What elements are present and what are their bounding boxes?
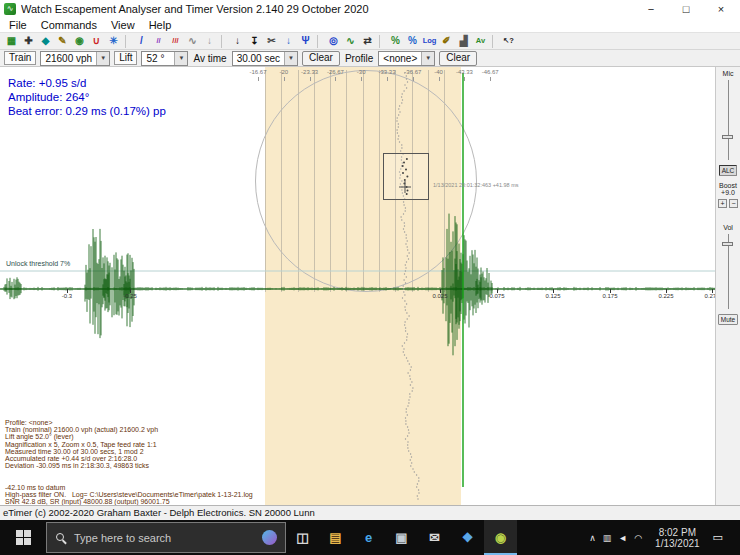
- tape-display-icon[interactable]: ▦: [3, 33, 20, 49]
- pencil-icon[interactable]: ✎: [54, 33, 71, 49]
- lift-combobox[interactable]: 52 ° ▼: [141, 51, 188, 66]
- mail-app[interactable]: ✉: [418, 520, 451, 555]
- profile-label: Profile: [344, 53, 374, 64]
- chevron-down-icon[interactable]: ▼: [421, 52, 434, 65]
- signal-icon[interactable]: ∿: [342, 33, 359, 49]
- mail-app-icon: ✉: [429, 530, 440, 545]
- move-tool-icon[interactable]: ✚: [20, 33, 37, 49]
- mute-button[interactable]: Mute: [718, 314, 738, 325]
- photos-app[interactable]: ❖: [451, 520, 484, 555]
- minimize-button[interactable]: −: [636, 3, 666, 15]
- action-center-icon[interactable]: ▭: [713, 531, 723, 544]
- down-bar-icon[interactable]: ↧: [246, 33, 263, 49]
- dial-icon[interactable]: ◎: [325, 33, 342, 49]
- chevron-down-icon[interactable]: ▼: [96, 52, 109, 65]
- edge-app[interactable]: e: [352, 520, 385, 555]
- mic-slider-track: [728, 80, 729, 160]
- info-line: Lift angle 52.0° (lever): [5, 433, 253, 440]
- close-button[interactable]: ×: [706, 3, 736, 15]
- avtime-label: Av time: [192, 53, 227, 64]
- info-line: Profile: <none>: [5, 419, 253, 426]
- splice-icon[interactable]: ✳: [105, 33, 122, 49]
- mic-label: Mic: [723, 70, 734, 77]
- profile-clear-button[interactable]: Clear: [439, 51, 477, 66]
- slope-2-icon[interactable]: //: [150, 33, 167, 49]
- taskbar-clock[interactable]: 8:02 PM 1/13/2021: [655, 527, 700, 549]
- menu-item-file[interactable]: File: [2, 19, 34, 31]
- tuning-fork-icon[interactable]: Ψ: [297, 33, 314, 49]
- eye-icon[interactable]: ◉: [71, 33, 88, 49]
- menu-item-help[interactable]: Help: [142, 19, 179, 31]
- etimer-app[interactable]: ◉: [484, 520, 517, 555]
- main-area: -16.67-20-23.33-26.67-30-33.33-36.67-40-…: [0, 67, 740, 505]
- pin-marker-icon[interactable]: ◆: [37, 33, 54, 49]
- context-help-icon[interactable]: ↖?: [500, 33, 517, 49]
- info-line: SNR 42.8 dB, SR (input) 48000.88 (output…: [5, 498, 253, 505]
- span-adjust-icon[interactable]: ⇄: [359, 33, 376, 49]
- ruler-icon[interactable]: ✐: [438, 33, 455, 49]
- search-placeholder: Type here to search: [74, 532, 171, 544]
- down-arrow-icon[interactable]: ↓: [229, 33, 246, 49]
- mixer-panel: Mic ALC Boost +9.0 + − Vol Mute: [715, 67, 740, 505]
- profile-combobox[interactable]: <none> ▼: [378, 51, 435, 66]
- alc-button[interactable]: ALC: [719, 165, 738, 176]
- taskbar-search[interactable]: Type here to search: [46, 522, 286, 553]
- system-tray: ∧▥◄◠ 8:02 PM 1/13/2021 ▭: [589, 520, 740, 555]
- clock-date: 1/13/2021: [655, 538, 700, 549]
- beat-error-readout: Beat error: 0.29 ms (0.17%) pp: [8, 104, 166, 118]
- toolbar-separator: [379, 35, 385, 48]
- info-line: High-pass filter ON. Log= C:\Users\steve…: [5, 491, 253, 498]
- start-button[interactable]: [0, 520, 46, 555]
- maximize-button[interactable]: □: [671, 3, 701, 15]
- taskbar: Type here to search ◫▤e▣✉❖◉ ∧▥◄◠ 8:02 PM…: [0, 520, 740, 555]
- avtime-combobox[interactable]: 30.00 sec ▼: [232, 51, 298, 66]
- boost-plus-button[interactable]: +: [718, 199, 727, 208]
- average-icon[interactable]: Av: [472, 33, 489, 49]
- speaker-icon[interactable]: ◄: [618, 533, 627, 543]
- chart-icon[interactable]: ▟: [455, 33, 472, 49]
- window-title: Watch Escapement Analyser and Timer Vers…: [21, 3, 631, 15]
- menu-item-view[interactable]: View: [104, 19, 142, 31]
- drop-marker-icon[interactable]: ↓: [201, 33, 218, 49]
- file-explorer-app[interactable]: ▤: [319, 520, 352, 555]
- log-icon[interactable]: Log: [421, 33, 438, 49]
- boost-label: Boost: [719, 182, 737, 189]
- clear-button[interactable]: Clear: [302, 51, 340, 66]
- amplitude-readout: Amplitude: 264°: [8, 90, 166, 104]
- drop-line-icon[interactable]: ↓: [280, 33, 297, 49]
- toolbar-separator: [125, 35, 131, 48]
- toolbar-separator: [221, 35, 227, 48]
- percent-blue-icon[interactable]: %: [404, 33, 421, 49]
- selection-box[interactable]: [383, 153, 429, 200]
- chevron-down-icon[interactable]: ▼: [174, 52, 187, 65]
- menu-item-commands[interactable]: Commands: [34, 19, 104, 31]
- toolbar-separator: [317, 35, 323, 48]
- scissors-icon[interactable]: ✂: [263, 33, 280, 49]
- info-line: Accumulated rate +0.44 s/d over 2:16:28.…: [5, 455, 253, 462]
- percent-icon[interactable]: %: [387, 33, 404, 49]
- wave-icon[interactable]: ∿: [184, 33, 201, 49]
- boost-minus-button[interactable]: −: [729, 199, 738, 208]
- pc-status-icon[interactable]: ▥: [603, 533, 612, 543]
- train-combobox[interactable]: 21600 vph ▼: [40, 51, 110, 66]
- edge-app-icon: e: [365, 530, 372, 545]
- etimer-app-icon: ◉: [495, 530, 506, 545]
- network-icon[interactable]: ◠: [634, 533, 642, 543]
- magnet-icon[interactable]: ∪: [88, 33, 105, 49]
- mic-slider[interactable]: [721, 80, 735, 160]
- title-bar: ∿ Watch Escapement Analyser and Timer Ve…: [0, 0, 740, 18]
- scope-display[interactable]: -16.67-20-23.33-26.67-30-33.33-36.67-40-…: [0, 67, 715, 505]
- vol-slider-handle[interactable]: [722, 242, 733, 246]
- search-icon: [55, 532, 67, 544]
- vol-slider[interactable]: [721, 234, 735, 309]
- task-view-button[interactable]: ◫: [286, 520, 319, 555]
- info-line: [5, 469, 253, 476]
- lift-label: Lift: [114, 51, 137, 65]
- slope-3-icon[interactable]: ///: [167, 33, 184, 49]
- boost-value: +9.0: [721, 189, 735, 196]
- mic-slider-handle[interactable]: [722, 135, 733, 139]
- store-app[interactable]: ▣: [385, 520, 418, 555]
- slope-1-icon[interactable]: /: [133, 33, 150, 49]
- chevron-down-icon[interactable]: ▼: [284, 52, 297, 65]
- hidden-icons-chevron[interactable]: ∧: [589, 533, 596, 543]
